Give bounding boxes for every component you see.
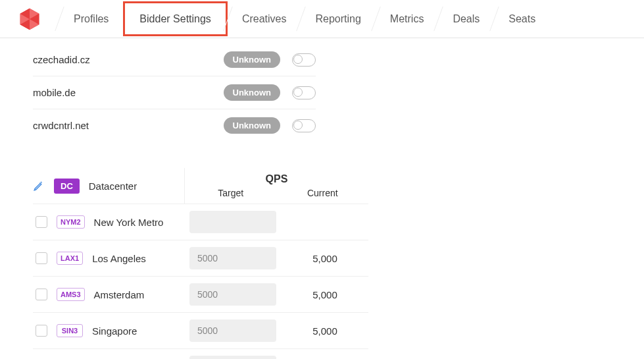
qps-target-input-wrap (189, 211, 276, 233)
domain-name: mobile.de (33, 87, 76, 98)
dc-code: AMS3 (57, 288, 85, 301)
qps-subheader: Target Current (185, 188, 368, 204)
dc-checkbox[interactable] (36, 325, 47, 337)
tab-label: Metrics (390, 13, 424, 25)
dc-name: Los Angeles (92, 253, 146, 264)
qps-target-input[interactable] (189, 283, 276, 306)
qps-target-header: Target (185, 188, 277, 204)
domain-name: crwdcntrl.net (33, 120, 89, 131)
dc-row-left: SIN3 Singapore (33, 324, 184, 337)
dc-code: NYM2 (57, 215, 85, 229)
logo-icon (18, 7, 41, 31)
tab-label: Deals (453, 13, 480, 25)
dc-row-left: LAX1 Los Angeles (33, 252, 184, 265)
dc-code: SIN3 (57, 324, 83, 337)
tab-label: Seats (508, 13, 535, 25)
tab-label: Bidder Settings (139, 13, 211, 25)
dc-name: Amsterdam (94, 289, 145, 300)
tab-creatives[interactable]: Creatives (228, 0, 301, 38)
dc-row-left: AMS3 Amsterdam (33, 288, 184, 301)
qps-target-input[interactable] (189, 319, 276, 342)
domain-toggle[interactable] (292, 119, 316, 132)
status-badge: Unknown (224, 51, 281, 68)
qps-title: QPS (185, 168, 368, 188)
qps-target-input-wrap (189, 319, 276, 342)
domain-toggle[interactable] (292, 86, 316, 99)
toggle-knob (293, 55, 303, 64)
domain-name: czechadid.cz (33, 54, 90, 65)
nav-tabs: Profiles Bidder Settings Creatives Repor… (59, 0, 644, 38)
dc-row-left: NYM2 New York Metro (33, 215, 184, 229)
status-badge: Unknown (224, 84, 281, 101)
tab-metrics[interactable]: Metrics (376, 0, 439, 38)
domain-row-right: Unknown (224, 84, 316, 101)
dc-row: SIN3 Singapore 5,000 (33, 313, 368, 349)
qps-target-input-wrap (189, 283, 276, 306)
qps-current-value: 5,000 (282, 325, 368, 337)
top-nav: Profiles Bidder Settings Creatives Repor… (0, 0, 644, 38)
dc-checkbox[interactable] (36, 252, 47, 264)
domain-row: mobile.de Unknown (33, 76, 316, 109)
tab-seats[interactable]: Seats (494, 0, 550, 38)
qps-target-input-wrap (189, 247, 276, 269)
qps-target-input-wrap (189, 356, 276, 359)
qps-current-value: 5,000 (282, 253, 368, 264)
dc-row-right: 5,000 (184, 283, 368, 306)
dc-name: New York Metro (94, 217, 164, 228)
dc-row-right: 5,000 (184, 247, 368, 269)
dc-row-right: 5,000 (184, 319, 368, 342)
qps-target-input[interactable] (189, 211, 276, 233)
domain-row-right: Unknown (224, 117, 316, 134)
dc-row: FRA1 Frankfurt 5,000 (33, 349, 368, 359)
datacenter-section: DC Datacenter QPS Target Current NYM2 Ne… (33, 168, 368, 359)
toggle-knob (293, 88, 303, 97)
tab-deals[interactable]: Deals (438, 0, 494, 38)
dc-row: AMS3 Amsterdam 5,000 (33, 277, 368, 313)
dc-name: Singapore (92, 325, 137, 337)
tab-reporting[interactable]: Reporting (301, 0, 375, 38)
dc-row-right (184, 211, 368, 233)
dc-header: DC Datacenter QPS Target Current (33, 168, 368, 204)
tab-label: Profiles (74, 13, 109, 25)
dc-row: NYM2 New York Metro (33, 204, 368, 240)
tab-label: Reporting (315, 13, 360, 25)
edit-icon[interactable] (33, 180, 45, 192)
tab-bidder-settings[interactable]: Bidder Settings (123, 1, 228, 36)
tab-label: Creatives (242, 13, 287, 25)
qps-target-input[interactable] (189, 247, 276, 269)
dc-header-right: QPS Target Current (184, 168, 368, 204)
status-badge: Unknown (224, 117, 281, 134)
domain-list: czechadid.cz Unknown mobile.de Unknown c… (33, 43, 316, 142)
dc-checkbox[interactable] (36, 289, 47, 300)
domain-row-right: Unknown (224, 51, 316, 68)
tab-profiles[interactable]: Profiles (59, 0, 123, 38)
dc-checkbox[interactable] (36, 216, 47, 228)
dc-row: LAX1 Los Angeles 5,000 (33, 240, 368, 277)
toggle-knob (293, 121, 303, 130)
logo[interactable] (0, 0, 59, 38)
dc-code: LAX1 (57, 252, 83, 265)
qps-current-value: 5,000 (282, 289, 368, 300)
dc-column-label: Datacenter (89, 180, 137, 192)
dc-header-left: DC Datacenter (33, 172, 184, 200)
qps-current-header: Current (277, 188, 369, 204)
domain-toggle[interactable] (292, 53, 316, 67)
domain-row: czechadid.cz Unknown (33, 43, 316, 76)
dc-chip: DC (54, 179, 80, 194)
qps-target-input[interactable] (189, 356, 276, 359)
dc-row-right: 5,000 (184, 356, 368, 359)
domain-row: crwdcntrl.net Unknown (33, 109, 316, 142)
